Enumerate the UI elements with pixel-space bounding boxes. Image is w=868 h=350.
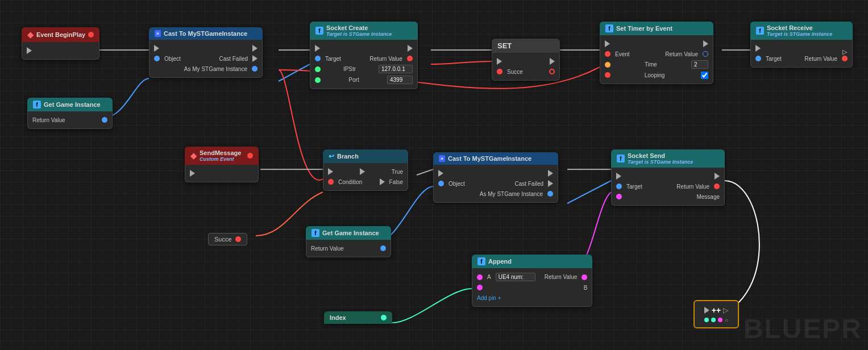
- set-node: SET Succe: [492, 39, 560, 81]
- svg-line-5: [279, 64, 310, 81]
- ss-return: [714, 184, 720, 189]
- index-pin: [381, 315, 387, 320]
- ss-exec-in: [616, 173, 621, 180]
- branch-node: ↩ Branch True Condition False: [323, 149, 408, 191]
- br-exec-in: [328, 168, 333, 175]
- func-icon-st: f: [605, 24, 613, 32]
- set-timer-title: Set Timer by Event: [616, 25, 672, 32]
- st-event: [605, 51, 610, 57]
- append-a-input[interactable]: [496, 273, 535, 281]
- func-icon-ss: f: [617, 155, 625, 163]
- c2-failed: [548, 180, 553, 187]
- set-timer-node: f Set Timer by Event Event Return Value …: [600, 22, 713, 84]
- as-my-st-pin: [252, 66, 258, 72]
- ggi2-title: Get Game Instance: [322, 230, 379, 236]
- sc-exec-out: [408, 45, 413, 52]
- index-title: Index: [330, 314, 346, 321]
- ss-target: [616, 184, 622, 189]
- succe-pin: [235, 236, 241, 242]
- func-icon-sr: f: [756, 27, 764, 35]
- func-icon-ggi1: f: [33, 101, 41, 109]
- st-return: [703, 51, 708, 57]
- ggi2-return: [380, 245, 386, 251]
- time-input[interactable]: [691, 60, 708, 69]
- send-msg-drag[interactable]: [247, 153, 253, 159]
- ss-message: [616, 194, 622, 199]
- get-game-instance-node-1: f Get Game Instance Return Value: [27, 98, 113, 129]
- succe-title: Succe: [214, 236, 232, 243]
- append-node: f Append A Return Value B Add pin +: [472, 255, 592, 307]
- looping-checkbox[interactable]: [701, 72, 708, 79]
- send-message-node: ◆ SendMessage Custom Event: [185, 147, 259, 182]
- sr-return: [842, 56, 848, 61]
- ss-exec-out: [715, 173, 720, 180]
- socket-create-title: Socket Create: [326, 24, 392, 31]
- index-node: Index: [324, 311, 392, 324]
- concat-teal-pin: [704, 318, 709, 322]
- branch-title: Branch: [337, 153, 359, 160]
- set-title: SET: [497, 41, 512, 50]
- st-exec-out: [703, 40, 708, 47]
- sr-exec-in: [755, 45, 761, 52]
- c2-exec-in: [438, 170, 443, 177]
- socket-receive-node: f Socket Receive Target is STGame Instan…: [750, 22, 853, 68]
- set-exec-in: [497, 58, 502, 65]
- object-pin: [154, 56, 160, 61]
- exec-in-1: [154, 45, 159, 52]
- cast-title-1: Cast To MySTGameInstance: [164, 30, 247, 37]
- send-msg-icon: ◆: [190, 151, 197, 160]
- svg-line-9: [567, 181, 611, 203]
- br-true-out: [360, 168, 365, 175]
- sc-exec-in: [315, 45, 320, 52]
- socket-create-subtitle: Target is STGame Instance: [326, 31, 392, 37]
- sc-return: [407, 56, 413, 61]
- event-icon: ◆: [27, 30, 34, 39]
- st-exec-in: [605, 40, 610, 47]
- send-msg-title: SendMessage: [200, 149, 241, 156]
- concat-magenta-pin: [718, 318, 722, 322]
- cast-node-1: » Cast To MySTGameInstance Object Cast F…: [149, 27, 263, 78]
- concat-exec-out-symbol: ▷: [723, 306, 728, 314]
- set-succe: [497, 69, 502, 74]
- event-output-pin[interactable]: [88, 32, 94, 38]
- concat-teal-pin2: [711, 318, 716, 322]
- socket-receive-title: Socket Receive: [767, 24, 832, 31]
- cast-icon-1: »: [155, 30, 161, 37]
- cast-node-2: » Cast To MySTGameInstance Object Cast F…: [433, 152, 558, 203]
- sc-port: [315, 77, 321, 83]
- ggi1-return: [102, 117, 107, 123]
- c2-object: [438, 181, 444, 186]
- ipstr-input[interactable]: [379, 65, 413, 73]
- cast-icon-2: »: [439, 155, 445, 162]
- exec-out-pin: [27, 47, 32, 54]
- c2-as-my: [547, 191, 553, 197]
- br-condition: [328, 179, 334, 185]
- br-false-out: [380, 178, 385, 185]
- set-exec-out: [550, 58, 555, 65]
- socket-receive-subtitle: Target is STGame Instance: [767, 31, 832, 37]
- event-begin-play-title: Event BeginPlay: [36, 31, 85, 38]
- cast-failed-pin: [252, 55, 258, 62]
- succe-node: Succe: [208, 233, 247, 245]
- sr-target: [755, 56, 761, 61]
- concat-node: ++ ▷ ○: [693, 300, 739, 328]
- ap-return: [582, 274, 587, 280]
- socket-create-node: f Socket Create Target is STGame Instanc…: [310, 22, 418, 89]
- watermark: BLUEPR: [744, 313, 862, 344]
- st-time: [605, 62, 610, 68]
- port-input[interactable]: [387, 76, 413, 84]
- branch-icon: ↩: [329, 152, 334, 160]
- socket-send-subtitle: Target is STGame Instance: [628, 159, 693, 165]
- c2-exec-out: [548, 170, 553, 177]
- func-icon-ggi2: f: [312, 229, 319, 237]
- ap-b: [477, 285, 483, 290]
- event-begin-play-node: ◆ Event BeginPlay: [22, 27, 99, 60]
- ap-a: [477, 274, 483, 280]
- func-icon-ap: f: [477, 257, 485, 265]
- func-icon-sc: f: [315, 27, 323, 35]
- get-game-instance-node-2: f Get Game Instance Return Value: [306, 226, 391, 257]
- exec-out-1: [252, 45, 258, 52]
- concat-circle-out: ○: [725, 317, 728, 323]
- sm-exec-out: [190, 170, 195, 177]
- concat-symbol: ++: [712, 306, 721, 315]
